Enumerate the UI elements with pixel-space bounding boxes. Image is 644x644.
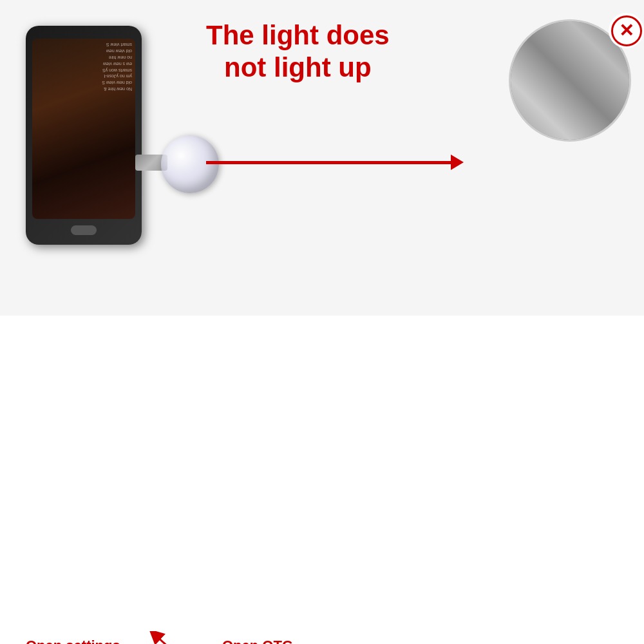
phone-home-button: [71, 225, 97, 235]
headline-line2: not light up: [206, 52, 390, 84]
step1-label-container: ① Open settings: [6, 638, 120, 644]
phone-body: No new hire & old new view S ym no yJosn…: [26, 26, 142, 245]
step2-label-container: ② Open OTG: [203, 638, 293, 644]
phone-with-crystal: No new hire & old new view S ym no yJosn…: [13, 19, 167, 264]
no-sign: ✕: [609, 13, 644, 48]
phone-screen-content: No new hire & old new view S ym no yJosn…: [32, 39, 135, 95]
no-sign-circle: ✕: [611, 15, 642, 46]
phone-screen: No new hire & old new view S ym no yJosn…: [32, 39, 135, 219]
headline-line1: The light does: [206, 19, 390, 52]
step2-text: Open OTG: [222, 638, 293, 644]
top-section: The light does not light up No new hire …: [0, 0, 644, 316]
x-icon: ✕: [619, 22, 634, 40]
step1-text: Open settings: [26, 638, 120, 644]
arrow-to-bad-photo: [206, 155, 464, 170]
headline: The light does not light up: [206, 19, 390, 84]
bottom-section: ① Open settings ② Open OTG 4G+.ul 0.2K/s…: [0, 316, 644, 644]
svg-line-1: [155, 634, 193, 644]
arrow-line: [206, 161, 451, 164]
arrow-head: [451, 155, 464, 170]
bad-result-container: ✕: [509, 19, 638, 148]
arrow-step1: [148, 631, 200, 644]
crystal-usb-light: [135, 135, 225, 213]
